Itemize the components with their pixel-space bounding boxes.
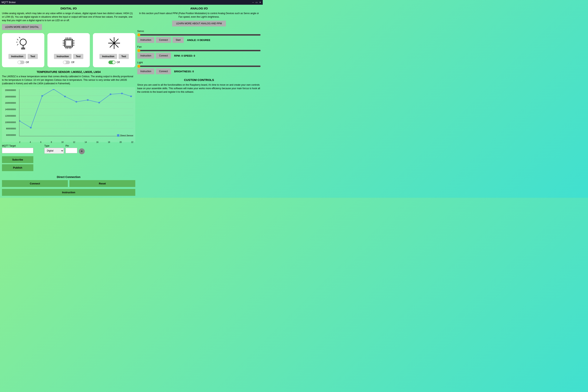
svg-line-6 xyxy=(17,44,18,45)
svg-point-40 xyxy=(41,95,43,97)
direct-buttons-row: Connect Reset xyxy=(2,180,135,187)
servo-connect-button[interactable]: Connect xyxy=(156,37,171,43)
light-value: BRIGHTNESS: 0 xyxy=(174,70,194,73)
window-controls: ─ ▭ ✕ xyxy=(252,1,261,4)
svg-rect-9 xyxy=(66,40,72,46)
fan-control: Fan Instruction Connect RPM: 0 SPEED: 0 xyxy=(137,45,261,58)
svg-point-44 xyxy=(87,99,89,101)
legend-label: Direct Sensor xyxy=(120,134,133,136)
servo-value: ANGLE: 0 DEGREE xyxy=(187,38,210,42)
minimize-button[interactable]: ─ xyxy=(252,1,254,4)
svg-point-41 xyxy=(53,89,55,90)
led-buttons: Instruction Test xyxy=(9,54,38,59)
mqtt-section: MQTT Target Subcribe Publish Type Digita… xyxy=(2,144,135,172)
light-label: Light xyxy=(137,61,261,64)
temp-sensor-description: The LM35DZ is a linear temperature senso… xyxy=(2,75,135,85)
svg-point-46 xyxy=(110,94,111,95)
light-buttons-row: Instruction Connect BRIGHTNESS: 0 xyxy=(137,68,261,74)
servo-buttons-row: Instruction Connect Start ANGLE: 0 DEGRE… xyxy=(137,37,261,43)
custom-controls-section: CUSTOM CONTROLS Since you are used to al… xyxy=(137,78,261,94)
fan-value: RPM: 0 SPEED: 0 xyxy=(174,54,195,57)
led-icon xyxy=(16,36,30,52)
mqtt-controls: MQTT Target Subcribe Publish xyxy=(2,144,41,172)
subscribe-button[interactable]: Subcribe xyxy=(2,156,33,163)
servo-slider[interactable] xyxy=(137,33,261,36)
type-select[interactable]: Digital Analog xyxy=(44,148,64,154)
light-instruction-button[interactable]: Instruction xyxy=(137,68,154,74)
asterisk-instruction-button[interactable]: Instruction xyxy=(99,54,117,59)
direct-connect-button[interactable]: Connect xyxy=(2,180,68,187)
led-test-button[interactable]: Test xyxy=(28,54,38,59)
svg-point-39 xyxy=(30,127,32,128)
fan-label: Fan xyxy=(137,45,261,48)
chip-toggle-label: Off xyxy=(71,61,74,64)
maximize-button[interactable]: ▭ xyxy=(255,1,258,4)
fan-slider[interactable] xyxy=(137,49,261,52)
direct-connection-title: Direct Connection xyxy=(2,176,135,178)
app-title: MQTT Broker xyxy=(2,1,16,4)
digital-io-title: DIGITAL I/O xyxy=(2,7,135,10)
chip-toggle-row: Off xyxy=(63,60,74,64)
servo-control: Servo Instruction Connect Start ANGLE: 0… xyxy=(137,30,261,43)
light-control: Light Instruction Connect BRIGHTNESS: 0 xyxy=(137,61,261,74)
mqtt-target-label: MQTT Target xyxy=(2,144,41,147)
pin-label: Pin xyxy=(66,144,77,147)
direct-reset-button[interactable]: Reset xyxy=(70,180,135,187)
chart-x-labels: 2 4 6 8 10 12 14 16 18 20 22 xyxy=(19,141,133,143)
temperature-sensor-section: TEMPERATURE SENSOR: LM35DZ, LM335, LM34 … xyxy=(2,70,135,142)
chip-instruction-button[interactable]: Instruction xyxy=(54,54,72,59)
fan-connect-button[interactable]: Connect xyxy=(156,53,171,58)
close-button[interactable]: ✕ xyxy=(259,1,261,4)
chip-buttons: Instruction Test xyxy=(54,54,83,59)
svg-point-43 xyxy=(76,101,77,102)
led-card: Instruction Test Off xyxy=(2,33,44,67)
digital-io-description: Unlike analog signals, which may take on… xyxy=(2,12,135,22)
analog-io-title: ANALOG I/O xyxy=(137,7,261,10)
asterisk-toggle-label: Off xyxy=(117,61,120,64)
publish-button[interactable]: Publish xyxy=(2,164,33,171)
light-connect-button[interactable]: Connect xyxy=(156,68,171,74)
svg-line-7 xyxy=(19,37,20,38)
led-toggle[interactable] xyxy=(18,60,25,64)
analog-io-description: In this section you'll learn about PPM (… xyxy=(137,12,261,18)
temp-sensor-title: TEMPERATURE SENSOR: LM35DZ, LM335, LM34 xyxy=(2,70,135,74)
pin-input[interactable] xyxy=(66,148,77,153)
devices-row: Instruction Test Off xyxy=(2,33,135,67)
right-panel: ANALOG I/O In this section you'll learn … xyxy=(137,7,261,196)
light-slider[interactable] xyxy=(137,65,261,68)
type-label: Type xyxy=(44,144,64,147)
servo-start-button[interactable]: Start xyxy=(173,37,184,43)
svg-point-0 xyxy=(20,39,26,45)
servo-instruction-button[interactable]: Instruction xyxy=(137,37,154,43)
asterisk-test-button[interactable]: Test xyxy=(119,54,129,59)
chart-legend: Direct Sensor xyxy=(117,134,133,136)
chart-container: 2000000000 1800000000 1600000000 1400000… xyxy=(2,87,135,142)
mqtt-target-input[interactable] xyxy=(2,148,33,153)
fan-buttons-row: Instruction Connect RPM: 0 SPEED: 0 xyxy=(137,53,261,58)
left-panel: DIGITAL I/O Unlike analog signals, which… xyxy=(2,7,135,196)
asterisk-toggle[interactable] xyxy=(109,60,116,64)
svg-line-4 xyxy=(17,39,18,40)
direct-instruction-button[interactable]: Instruction xyxy=(2,189,135,196)
chip-toggle[interactable] xyxy=(63,60,70,64)
svg-point-48 xyxy=(130,96,132,97)
legend-color xyxy=(117,134,119,136)
asterisk-icon xyxy=(107,36,121,52)
learn-digital-button[interactable]: LEARN MORE ABOUT DIGITAL xyxy=(2,24,42,30)
svg-point-47 xyxy=(121,93,123,94)
add-control-button[interactable]: + xyxy=(79,148,85,154)
chip-test-button[interactable]: Test xyxy=(73,54,83,59)
servo-label: Servo xyxy=(137,30,261,32)
title-bar: MQTT Broker ─ ▭ ✕ xyxy=(0,0,263,5)
learn-analog-button[interactable]: LEARN MORE ABOUT ANALOG AND PPM xyxy=(172,20,226,26)
chip-icon xyxy=(62,36,76,52)
chart-area xyxy=(19,89,133,136)
fan-instruction-button[interactable]: Instruction xyxy=(137,53,154,58)
digital-io-section: DIGITAL I/O Unlike analog signals, which… xyxy=(2,7,135,30)
custom-controls-title: CUSTOM CONTROLS xyxy=(137,78,261,82)
led-toggle-label: Off xyxy=(26,61,29,64)
asterisk-buttons: Instruction Test xyxy=(99,54,129,59)
mqtt-type-pin: Type Digital Analog Pin + xyxy=(44,144,85,172)
led-instruction-button[interactable]: Instruction xyxy=(9,54,26,59)
svg-point-45 xyxy=(98,102,100,103)
